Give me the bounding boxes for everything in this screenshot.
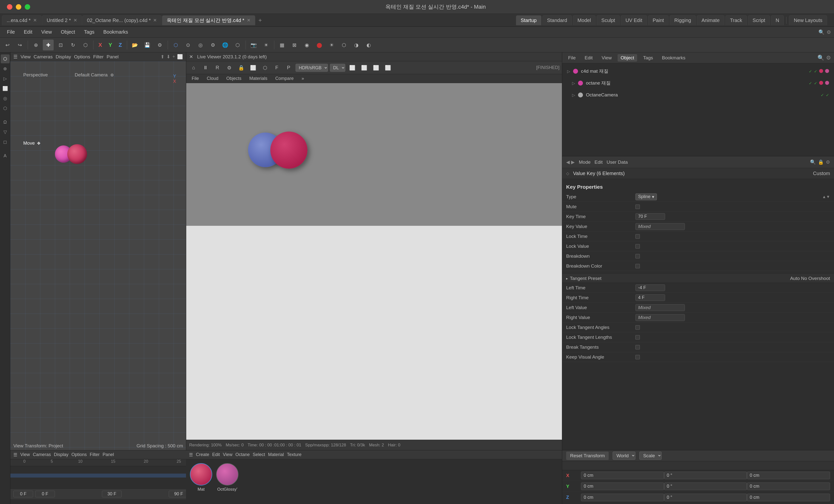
prop-kva-checkbox[interactable]	[635, 355, 640, 359]
menu-tab-uvedit[interactable]: UV Edit	[621, 15, 647, 25]
lv-post-btn[interactable]: P	[284, 63, 293, 73]
lv-frame-btn[interactable]: ⬜	[248, 63, 258, 73]
axis-x-toggle[interactable]: X	[96, 42, 105, 48]
coord-z-scale[interactable]: 0 cm	[747, 494, 830, 501]
render-settings-button[interactable]: ⚙	[154, 40, 165, 50]
lv-nav-objects[interactable]: Objects	[223, 75, 244, 82]
redo-button[interactable]: ↪	[14, 40, 25, 50]
display-mode-btn[interactable]: ▦	[277, 40, 288, 50]
rnav-bookmarks[interactable]: Bookmarks	[659, 54, 688, 62]
tl-menu-icon[interactable]: ☰	[13, 452, 17, 458]
tab-close-3[interactable]: ✕	[247, 18, 250, 23]
lv-nav-compare[interactable]: Compare	[272, 75, 297, 82]
axis-z-toggle[interactable]: Z	[116, 42, 124, 48]
obj-check-2a[interactable]: ✓	[821, 93, 824, 97]
attr-settings-icon[interactable]: ⚙	[826, 159, 830, 165]
attr-edit-btn[interactable]: Edit	[595, 159, 603, 165]
coord-x-scale[interactable]: 0 cm	[747, 472, 830, 479]
prop-ltl-checkbox[interactable]	[635, 335, 640, 339]
mat-view-menu[interactable]: View	[223, 452, 233, 457]
menu-file[interactable]: File	[3, 28, 19, 36]
menu-bookmarks[interactable]: Bookmarks	[100, 28, 132, 36]
lv-quality-dropdown[interactable]: DL	[330, 64, 345, 72]
attr-search-icon[interactable]: 🔍	[810, 159, 816, 165]
left-tool-6[interactable]: Ω	[1, 118, 9, 127]
lv-btn-a[interactable]: ⬜	[347, 63, 357, 73]
mat-edit-menu[interactable]: Edit	[212, 452, 220, 457]
camera-settings-icon[interactable]: ⚙	[110, 73, 114, 77]
coord-y-scale[interactable]: 0 cm	[747, 482, 830, 490]
obj-check-1a[interactable]: ✓	[809, 81, 812, 86]
prop-lta-checkbox[interactable]	[635, 325, 640, 330]
lv-nav-materials[interactable]: Materials	[246, 75, 270, 82]
tl-options-menu[interactable]: Options	[71, 452, 87, 457]
left-tool-7[interactable]: ▽	[1, 128, 9, 136]
coord-y-pos[interactable]: 0 cm	[581, 482, 664, 490]
menu-tab-startup[interactable]: Startup	[516, 15, 541, 25]
vp-display-menu[interactable]: Display	[56, 54, 71, 60]
menu-tab-script[interactable]: Script	[748, 15, 770, 25]
prop-lockvalue-checkbox[interactable]	[635, 244, 640, 248]
minimize-button[interactable]	[16, 4, 21, 9]
obj-check-2b[interactable]: ✓	[826, 93, 829, 97]
vp-icon-1[interactable]: ⬆	[160, 54, 164, 60]
vp-options-menu[interactable]: Options	[74, 54, 90, 60]
obj-check-1b[interactable]: ✓	[814, 81, 817, 86]
lv-close-icon[interactable]: ✕	[189, 54, 193, 60]
lv-nav-file[interactable]: File	[189, 75, 202, 82]
live-selection-button[interactable]: ⊕	[30, 40, 41, 50]
wireframe-btn[interactable]: ⊠	[289, 40, 300, 50]
compositing-btn[interactable]: ◐	[363, 40, 374, 50]
obj-row-2[interactable]: ▷ OctaneCamera ✓ ✓	[564, 89, 832, 101]
mat-material-menu[interactable]: Material	[268, 452, 284, 457]
render-prev-btn[interactable]: ⬤	[314, 40, 325, 50]
vp-icon-2[interactable]: ⬇	[167, 54, 170, 60]
close-button[interactable]	[7, 4, 13, 9]
obj-expand-2[interactable]: ▷	[572, 93, 575, 97]
coord-y-rot[interactable]: 0 °	[664, 482, 747, 490]
lv-home-btn[interactable]: ⌂	[189, 63, 199, 73]
left-tool-1[interactable]: ⊕	[1, 64, 9, 73]
vp-cameras-menu[interactable]: Cameras	[34, 54, 53, 60]
vp-menu-icon[interactable]: ☰	[13, 54, 18, 60]
menu-object[interactable]: Object	[57, 28, 79, 36]
menu-edit[interactable]: Edit	[20, 28, 36, 36]
attr-userdata-btn[interactable]: User Data	[607, 159, 628, 165]
lv-settings-btn[interactable]: ⚙	[224, 63, 234, 73]
prop-leftvalue-field[interactable]: Mixed	[635, 304, 685, 311]
lv-pause-btn[interactable]: ⏸	[201, 63, 211, 73]
obj-expand-0[interactable]: ▷	[567, 69, 570, 74]
scale-button[interactable]: ⊡	[55, 40, 66, 50]
prop-rightvalue-field[interactable]: Mixed	[635, 314, 685, 321]
attr-lock-icon[interactable]: 🔒	[818, 159, 824, 165]
menu-tab-track[interactable]: Track	[725, 15, 747, 25]
mat-create-menu[interactable]: Create	[196, 452, 209, 457]
mat-octane-menu[interactable]: Octane	[236, 452, 250, 457]
lv-nav-more[interactable]: »	[299, 75, 307, 82]
vp-filter-menu[interactable]: Filter	[93, 54, 104, 60]
nurbs-button[interactable]: ⊙	[183, 40, 194, 50]
ir-btn[interactable]: ⬡	[338, 40, 350, 50]
light-btn[interactable]: ☀	[261, 40, 271, 50]
obj-check-0a[interactable]: ✓	[809, 69, 812, 74]
lv-stop-btn[interactable]: R	[213, 63, 222, 73]
rnav-edit[interactable]: Edit	[582, 54, 596, 62]
menu-tags[interactable]: Tags	[80, 28, 98, 36]
rnav-object[interactable]: Object	[618, 54, 637, 62]
rnav-tags[interactable]: Tags	[640, 54, 656, 62]
lv-btn-d[interactable]: ⬜	[383, 63, 393, 73]
prop-type-dropdown[interactable]: Spline ▾	[635, 193, 657, 200]
tc-current-frame[interactable]: 0 F	[35, 491, 55, 497]
rnav-file[interactable]: File	[565, 54, 579, 62]
prop-keyvalue-field[interactable]: Mixed	[635, 223, 685, 230]
menu-tab-sculpt[interactable]: Sculpt	[597, 15, 620, 25]
rotate-button[interactable]: ↻	[67, 40, 79, 50]
settings-icon[interactable]: ⚙	[827, 29, 831, 35]
prop-bkdcolor-checkbox[interactable]	[635, 264, 640, 268]
menu-tab-n[interactable]: N	[771, 15, 784, 25]
obj-settings-icon[interactable]: ⚙	[826, 54, 831, 61]
tab-close-0[interactable]: ✕	[33, 18, 37, 23]
viewport-canvas[interactable]: Y X Perspective Default Camera ⚙ Move ✥ …	[10, 61, 186, 450]
deform-button[interactable]: ⚙	[207, 40, 218, 50]
prop-locktime-checkbox[interactable]	[635, 234, 640, 239]
